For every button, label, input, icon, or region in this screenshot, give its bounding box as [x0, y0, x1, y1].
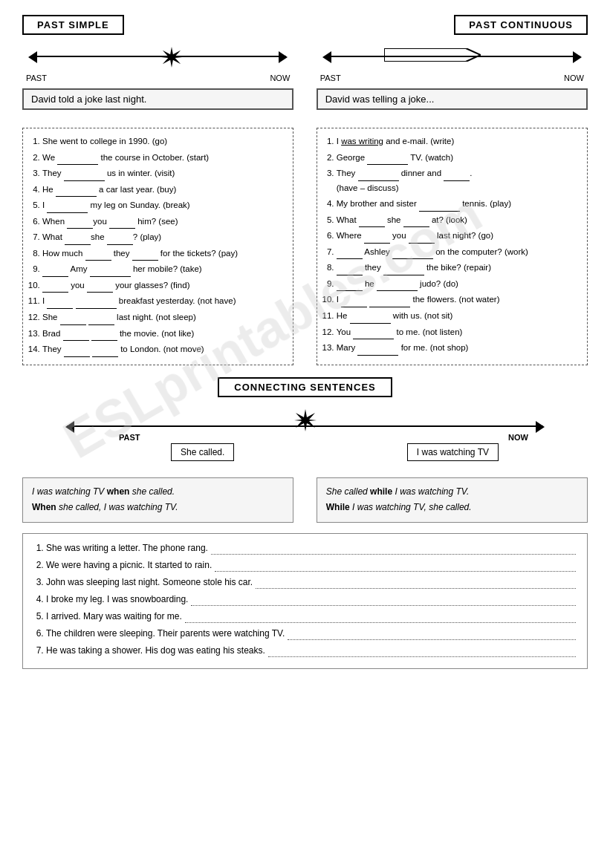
li-content: The children were sleeping. Their parent… [46, 627, 576, 640]
pc-timeline-labels: PAST NOW [317, 74, 588, 82]
connecting-now-label: NOW [508, 433, 528, 442]
connecting-starburst-wrapper [294, 409, 317, 434]
answer-line[interactable] [215, 561, 576, 572]
right-exercise-box: I was writing and e-mail. (write) George… [317, 128, 588, 365]
sentence-text: I arrived. Mary was waiting for me. [46, 610, 182, 623]
blank-field[interactable] [67, 220, 93, 229]
blank-field[interactable] [64, 172, 105, 181]
blank-field[interactable] [42, 284, 68, 293]
list-item: We were having a picnic. It started to r… [46, 558, 576, 572]
blank-field[interactable] [64, 348, 90, 357]
blank-field[interactable] [56, 188, 97, 197]
list-item: I my leg on Sunday. (break) [42, 198, 285, 213]
right-exercise-list: I was writing and e-mail. (write) George… [325, 134, 580, 356]
blank-field[interactable] [57, 156, 98, 165]
blank-field[interactable] [359, 218, 385, 227]
blank-field[interactable] [47, 204, 88, 213]
sentence-text: We were having a picnic. It started to r… [46, 558, 212, 572]
left-exercise-box: She went to college in 1990. (go) We the… [22, 128, 293, 365]
list-item: The children were sleeping. Their parent… [46, 627, 576, 640]
pc-arrow-right [573, 51, 582, 63]
past-continuous-timeline: PAST NOW [317, 42, 588, 82]
connecting-examples-row: I was watching TV when she called. When … [22, 477, 588, 523]
blank-field[interactable] [91, 332, 117, 341]
blank-field[interactable] [350, 315, 391, 324]
blank-field[interactable] [337, 267, 363, 275]
pc-arrow-left [322, 51, 331, 63]
blank-field[interactable] [369, 298, 410, 307]
blank-field[interactable] [85, 252, 111, 261]
answer-line[interactable] [288, 630, 576, 640]
connecting-title: CONNECTING SENTENCES [218, 377, 392, 397]
answer-line[interactable] [268, 647, 576, 657]
blank-field[interactable] [47, 300, 73, 309]
blank-field[interactable] [87, 284, 113, 293]
answer-line[interactable] [256, 578, 576, 589]
blank-field[interactable] [367, 156, 408, 165]
list-item: I breakfast yesterday. (not have) [42, 294, 285, 309]
list-item: They dinner and .(have – discuss) [337, 166, 580, 195]
past-simple-title: PAST SIMPLE [22, 15, 124, 35]
bottom-exercise-list: She was writing a letter. The phone rang… [34, 541, 576, 657]
blank-field[interactable] [60, 316, 86, 325]
blank-field[interactable] [107, 236, 133, 245]
pc-example-wrapper: David was telling a joke... [317, 88, 588, 119]
blank-field[interactable] [377, 282, 418, 291]
ps-now-label: NOW [270, 74, 290, 82]
blank-field[interactable] [337, 282, 363, 291]
list-item: I arrived. Mary was waiting for me. [46, 610, 576, 623]
blank-field[interactable] [444, 172, 470, 181]
li-content: We were having a picnic. It started to r… [46, 558, 576, 572]
blank-field[interactable] [76, 300, 117, 309]
right-connecting-example: She called while I was watching TV. Whil… [317, 477, 588, 523]
connecting-starburst-icon [294, 409, 317, 431]
connecting-example-line-4: While I was watching TV, she called. [326, 500, 578, 516]
blank-field[interactable] [364, 235, 390, 244]
li-content: She was writing a letter. The phone rang… [46, 541, 576, 555]
blank-field[interactable] [65, 236, 91, 245]
blank-field[interactable] [341, 298, 367, 307]
connecting-arrow-left [65, 421, 74, 433]
answer-line[interactable] [191, 595, 576, 606]
blank-field[interactable] [337, 250, 363, 259]
answer-line[interactable] [185, 613, 576, 623]
pc-example-box: David was telling a joke... [317, 88, 588, 110]
left-connecting-example: I was watching TV when she called. When … [22, 477, 293, 523]
blank-field[interactable] [353, 330, 394, 339]
blank-field[interactable] [90, 268, 131, 277]
svg-marker-1 [384, 48, 481, 62]
blank-field[interactable] [88, 316, 114, 325]
left-exercise-list: She went to college in 1990. (go) We the… [30, 134, 285, 357]
blank-field[interactable] [357, 347, 398, 356]
pc-timeline-container [317, 42, 588, 72]
blank-field[interactable] [383, 267, 424, 275]
ps-past-label: PAST [26, 74, 47, 82]
blank-field[interactable] [392, 250, 433, 259]
exercises-row: She went to college in 1990. (go) We the… [22, 128, 588, 365]
she-called-box: She called. [171, 443, 234, 461]
list-item: you your glasses? (find) [42, 278, 285, 293]
blank-field[interactable] [403, 218, 429, 227]
list-item: He a car last year. (buy) [42, 183, 285, 198]
past-simple-timeline: PAST NOW [22, 42, 293, 82]
ps-arrow-right [279, 51, 288, 63]
list-item: Where you last night? (go) [337, 229, 580, 244]
list-item: I the flowers. (not water) [337, 293, 580, 307]
blank-field[interactable] [358, 172, 399, 181]
pc-arrow-box [384, 48, 481, 62]
list-item: She last night. (not sleep) [42, 310, 285, 325]
blank-field[interactable] [419, 203, 460, 212]
connecting-example-line-3: She called while I was watching TV. [326, 484, 578, 500]
list-item: They us in winter. (visit) [42, 166, 285, 181]
blank-field[interactable] [409, 235, 435, 244]
blank-field[interactable] [63, 332, 89, 341]
ps-arrow-left [28, 51, 37, 63]
blank-field[interactable] [109, 220, 135, 229]
blank-field[interactable] [92, 348, 118, 357]
blank-field[interactable] [42, 268, 68, 277]
list-item: Brad the movie. (not like) [42, 327, 285, 342]
ps-timeline-container [22, 42, 293, 72]
answer-line[interactable] [211, 544, 576, 555]
li-content: I arrived. Mary was waiting for me. [46, 610, 576, 623]
blank-field[interactable] [132, 252, 158, 261]
